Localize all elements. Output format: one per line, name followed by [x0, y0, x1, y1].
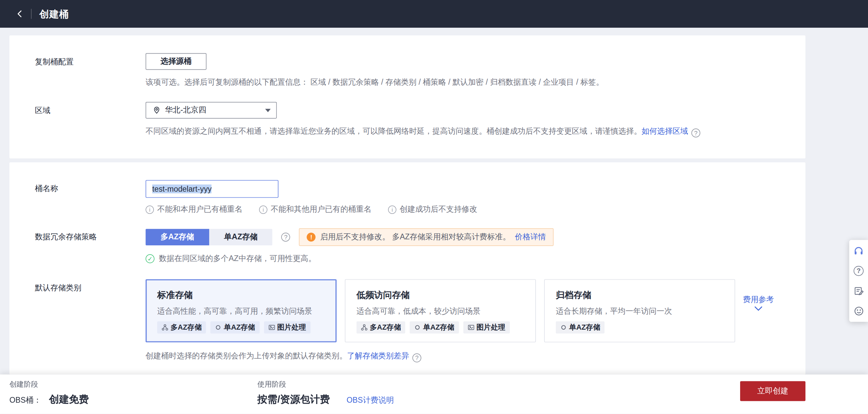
redundancy-option-single-az[interactable]: 单AZ存储 — [209, 229, 273, 245]
obs-billing-link[interactable]: OBS计费说明 — [346, 396, 394, 406]
billing-mode-value: 按需/资源包计费 — [257, 393, 330, 406]
bucket-name-hint-item: i不能和其他用户已有的桶重名 — [259, 204, 371, 214]
bucket-name-label: 桶名称 — [35, 180, 146, 197]
tag-single-az: 单AZ存储 — [211, 321, 259, 334]
obs-bucket-prefix: OBS桶： — [9, 396, 41, 406]
headset-icon — [853, 245, 864, 256]
bucket-name-hint-item: i不能和本用户已有桶重名 — [146, 204, 243, 214]
bottom-bar: 创建阶段 OBS桶： 创建免费 使用阶段 按需/资源包计费 OBS计费说明 立即… — [0, 375, 868, 414]
create-phase-block: 创建阶段 OBS桶： 创建免费 — [9, 379, 89, 406]
storage-class-card-infrequent[interactable]: 低频访问存储 适合高可靠，低成本，较少访问场景 多AZ存储 单AZ存储 图片处理 — [345, 279, 535, 342]
info-circle-icon: i — [388, 205, 396, 214]
basic-config-card: 复制桶配置 选择源桶 该项可选。选择后可复制源桶的以下配置信息： 区域 / 数据… — [9, 35, 805, 158]
bucket-name-value: test-modelart-yyy — [152, 184, 212, 193]
image-process-icon — [269, 324, 275, 331]
copy-config-hint: 该项可选。选择后可复制源桶的以下配置信息： 区域 / 数据冗余策略 / 存储类别… — [146, 76, 603, 87]
redundancy-label: 数据冗余存储策略 — [35, 228, 146, 245]
copy-config-label: 复制桶配置 — [35, 53, 146, 70]
select-source-bucket-button[interactable]: 选择源桶 — [146, 53, 207, 70]
back-icon — [16, 9, 25, 18]
storage-class-hint: 创建桶时选择的存储类别会作为上传对象的默认存储类别。了解存储类别差异? — [146, 350, 421, 362]
region-help-link[interactable]: 如何选择区域 — [642, 126, 688, 135]
tag-image-process: 图片处理 — [463, 321, 510, 334]
storage-class-card-archive[interactable]: 归档存储 适合长期存储，平均一年访问一次 单AZ存储 — [544, 279, 735, 342]
feedback-button[interactable] — [852, 304, 865, 317]
main-content: 复制桶配置 选择源桶 该项可选。选择后可复制源桶的以下配置信息： 区域 / 数据… — [0, 28, 868, 374]
tag-multi-az: 多AZ存储 — [157, 321, 206, 334]
region-select[interactable]: 华北-北京四 — [146, 102, 277, 119]
bucket-name-hint-item: i创建成功后不支持修改 — [388, 204, 477, 214]
chevron-down-icon — [265, 108, 271, 112]
check-circle-icon: ✓ — [146, 254, 155, 263]
price-detail-link[interactable]: 价格详情 — [515, 232, 546, 242]
storage-class-cards: 标准存储 适合高性能，高可靠，高可用，频繁访问场景 多AZ存储 单AZ存储 图片… — [146, 279, 735, 342]
single-az-icon — [215, 324, 221, 331]
storage-class-card-standard[interactable]: 标准存储 适合高性能，高可靠，高可用，频繁访问场景 多AZ存储 单AZ存储 图片… — [146, 279, 336, 342]
question-circle-icon[interactable]: ? — [691, 129, 701, 138]
multi-az-icon — [161, 324, 168, 331]
bucket-name-hints: i不能和本用户已有桶重名 i不能和其他用户已有的桶重名 i创建成功后不支持修改 — [146, 204, 477, 214]
fee-reference-link[interactable]: 费用参考 — [743, 295, 774, 310]
single-az-icon — [414, 324, 421, 331]
storage-class-label: 默认存储类别 — [35, 279, 146, 296]
page-header: 创建桶 — [0, 0, 868, 28]
floating-toolbar: ? — [849, 240, 868, 322]
page: 创建桶 复制桶配置 选择源桶 该项可选。选择后可复制源桶的以下配置信息： 区域 … — [0, 0, 868, 414]
bucket-config-card: 桶名称 test-modelart-yyy i不能和本用户已有桶重名 i不能和其… — [9, 162, 805, 375]
region-hint: 不同区域的资源之间内网互不相通，请选择靠近您业务的区域，可以降低网络时延，提高访… — [146, 125, 700, 138]
image-process-icon — [468, 324, 474, 331]
region-label: 区域 — [35, 102, 146, 119]
help-button[interactable]: ? — [852, 264, 865, 278]
header-divider — [31, 9, 32, 19]
tag-single-az: 单AZ存储 — [556, 321, 605, 334]
location-pin-icon — [153, 106, 160, 114]
warning-icon: ! — [307, 233, 316, 242]
survey-icon — [854, 286, 864, 296]
question-circle-icon[interactable]: ? — [412, 353, 421, 362]
tag-image-process: 图片处理 — [264, 321, 310, 334]
back-button[interactable] — [11, 5, 29, 23]
tag-single-az: 单AZ存储 — [410, 321, 459, 334]
redundancy-warning-banner: ! 启用后不支持修改。 多AZ存储采用相对较高计费标准。 价格详情 — [299, 228, 554, 246]
chevron-down-icon — [754, 306, 762, 310]
tag-multi-az: 多AZ存储 — [356, 321, 405, 334]
info-circle-icon: i — [146, 205, 154, 214]
smiley-icon — [854, 306, 864, 316]
single-az-icon — [560, 324, 567, 331]
question-circle-icon[interactable]: ? — [281, 233, 290, 242]
help-icon: ? — [854, 266, 864, 276]
bucket-name-input[interactable]: test-modelart-yyy — [146, 180, 278, 198]
page-title: 创建桶 — [39, 7, 69, 20]
redundancy-option-multi-az[interactable]: 多AZ存储 — [146, 229, 209, 245]
multi-az-icon — [361, 324, 368, 331]
info-circle-icon: i — [259, 205, 268, 214]
redundancy-success-hint: ✓ 数据在同区域的多个AZ中存储，可用性更高。 — [146, 254, 316, 264]
support-button[interactable] — [852, 244, 865, 258]
survey-button[interactable] — [852, 284, 865, 298]
storage-class-diff-link[interactable]: 了解存储类别差异 — [347, 351, 409, 360]
redundancy-toggle: 多AZ存储 单AZ存储 — [146, 229, 273, 245]
region-select-value: 华北-北京四 — [165, 105, 265, 115]
create-now-button[interactable]: 立即创建 — [740, 381, 805, 401]
create-free-value: 创建免费 — [49, 393, 89, 406]
usage-phase-block: 使用阶段 按需/资源包计费 OBS计费说明 — [257, 379, 394, 406]
